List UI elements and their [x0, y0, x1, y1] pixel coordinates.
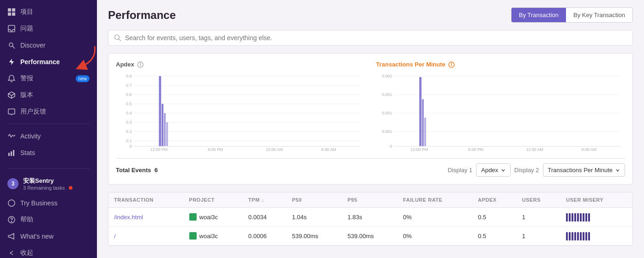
table-row: /index.html woai3c 0.0034 1.04s 1.83s 0%… — [108, 208, 632, 227]
svg-rect-60 — [422, 99, 424, 146]
sidebar-item-projects[interactable]: 项目 — [0, 4, 97, 20]
apdex-title-text: Apdex — [116, 61, 134, 68]
sidebar-label-performance: Performance — [20, 58, 60, 66]
search-input[interactable] — [125, 34, 627, 42]
bar — [572, 213, 573, 222]
svg-text:0.001: 0.001 — [382, 129, 392, 134]
sidebar-item-user-feedback[interactable]: 用户反馈 — [0, 103, 97, 120]
sidebar-label-stats: Stats — [20, 149, 35, 156]
apdex-info-icon[interactable] — [137, 61, 144, 68]
col-apdex[interactable]: APDEX — [472, 192, 517, 208]
p50-cell-0: 1.04s — [286, 208, 342, 227]
charts-section: Apdex — [108, 53, 633, 185]
apdex-cell-1: 0.5 — [472, 227, 517, 246]
megaphone-icon — [7, 232, 16, 240]
svg-point-16 — [114, 35, 119, 40]
users-cell-1: 1 — [517, 227, 561, 246]
sidebar-divider-1 — [7, 124, 90, 124]
table-header-row: TRANSACTION PROJECT TPM ↓ P50 P95 — [108, 192, 632, 208]
activity-icon — [7, 132, 16, 140]
tpm-cell-1: 0.0006 — [243, 227, 287, 246]
display1-dropdown[interactable]: Apdex — [476, 163, 511, 177]
sidebar-label-activity: Activity — [20, 132, 41, 140]
col-p50[interactable]: P50 — [286, 192, 342, 208]
sidebar-label-releases: 版本 — [20, 91, 33, 99]
col-transaction[interactable]: TRANSACTION — [108, 192, 184, 208]
user-misery-cell-1 — [560, 227, 632, 246]
sidebar-item-install-sentry[interactable]: 3 安装Sentry 3 Remaining tasks — [0, 173, 97, 195]
sidebar-item-discover[interactable]: Discover — [0, 37, 97, 54]
bar — [585, 213, 587, 222]
page-title: Performance — [108, 9, 176, 22]
chevron-down-icon-2 — [615, 168, 620, 173]
svg-point-6 — [9, 43, 13, 47]
bar — [574, 232, 576, 240]
svg-text:0.1: 0.1 — [126, 138, 132, 143]
col-p95[interactable]: P95 — [342, 192, 397, 208]
bar — [566, 213, 568, 222]
sidebar-label-projects: 项目 — [20, 8, 33, 16]
p50-cell-1: 539.00ms — [286, 227, 342, 246]
svg-text:0.001: 0.001 — [382, 92, 392, 97]
tab-by-key-transaction[interactable]: By Key Transaction — [566, 8, 632, 22]
apdex-chart-svg: 0.8 0.7 0.6 0.5 0.4 0.3 0.2 0.1 0 — [116, 72, 365, 155]
sidebar-top: 项目 问题 Discover — [0, 0, 97, 165]
bar — [588, 232, 590, 240]
sidebar-item-issues[interactable]: 问题 — [0, 20, 97, 37]
sidebar-item-help[interactable]: 帮助 — [0, 211, 97, 228]
display1-value: Apdex — [481, 167, 498, 174]
svg-text:0.4: 0.4 — [126, 111, 132, 115]
svg-text:0.2: 0.2 — [126, 129, 132, 134]
total-events: Total Events 6 — [116, 167, 158, 174]
svg-text:0.3: 0.3 — [126, 120, 132, 125]
col-users[interactable]: USERS — [517, 192, 561, 208]
sidebar-item-releases[interactable]: 版本 — [0, 87, 97, 103]
display1-label: Display 1 — [448, 167, 472, 174]
col-failure-rate[interactable]: FAILURE RATE — [397, 192, 472, 208]
collapse-icon — [7, 249, 16, 257]
svg-rect-39 — [162, 104, 163, 146]
bar — [585, 232, 587, 240]
p95-cell-0: 1.83s — [342, 208, 397, 227]
tpm-info-icon[interactable] — [448, 61, 455, 68]
bar — [577, 232, 579, 240]
sidebar-item-performance[interactable]: Performance — [0, 54, 97, 70]
sidebar-item-collapse[interactable]: 收起 — [0, 245, 97, 258]
col-user-misery[interactable]: USER MISERY — [560, 192, 632, 208]
col-tpm[interactable]: TPM ↓ — [243, 192, 287, 208]
svg-rect-4 — [12, 12, 15, 16]
svg-text:0.8: 0.8 — [126, 74, 132, 78]
transaction-link-1[interactable]: / — [114, 233, 116, 240]
sidebar-item-stats[interactable]: Stats — [0, 144, 97, 161]
chevron-down-icon — [501, 168, 506, 173]
display2-dropdown[interactable]: Transactions Per Minute — [543, 163, 625, 177]
svg-rect-61 — [424, 118, 426, 146]
col-project[interactable]: PROJECT — [184, 192, 243, 208]
sidebar-item-whats-new[interactable]: What's new — [0, 228, 97, 245]
sidebar-label-issues: 问题 — [20, 24, 33, 33]
transaction-cell-0: /index.html — [108, 208, 184, 227]
tpm-chart-block: Transactions Per Minute — [376, 61, 626, 155]
table-row: / woai3c 0.0006 539.00ms 539.00ms 0% 0.5… — [108, 227, 632, 246]
svg-rect-59 — [419, 77, 421, 146]
new-badge: new — [76, 75, 90, 82]
svg-rect-10 — [8, 153, 10, 156]
svg-text:12:00 AM: 12:00 AM — [266, 147, 283, 152]
svg-point-15 — [12, 222, 12, 222]
sidebar-item-alerts[interactable]: 警报 new — [0, 70, 97, 87]
svg-text:6:00 AM: 6:00 AM — [581, 147, 596, 152]
page-header: Performance By Transaction By Key Transa… — [108, 7, 633, 23]
sidebar-item-activity[interactable]: Activity — [0, 128, 97, 144]
user-misery-cell-0 — [560, 208, 632, 227]
total-events-label: Total Events — [116, 167, 151, 174]
install-sentry-badge: 3 — [7, 178, 18, 189]
lightning-icon — [7, 58, 16, 66]
sidebar-item-try-business[interactable]: Try Business — [0, 195, 97, 211]
svg-text:0.6: 0.6 — [126, 92, 132, 97]
tab-by-transaction[interactable]: By Transaction — [512, 8, 566, 22]
total-events-count: 6 — [155, 167, 158, 174]
svg-text:6:00 AM: 6:00 AM — [321, 147, 336, 152]
try-business-icon — [7, 199, 16, 207]
svg-line-7 — [12, 46, 15, 48]
transaction-link-0[interactable]: /index.html — [114, 214, 143, 221]
